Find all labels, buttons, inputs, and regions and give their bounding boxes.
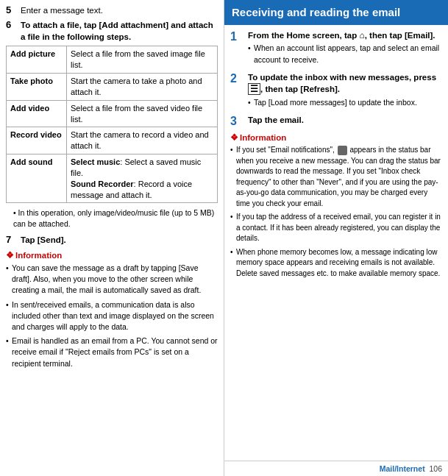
attach-row-0: Add pictureSelect a file from the saved … [7,46,218,74]
right-step-2: 2 To update the inbox with new messages,… [230,71,442,110]
notification-icon [338,146,347,155]
info-section-left: Information You can save the message as … [6,250,218,369]
right-step-3: 3 Tap the email. [230,114,442,128]
footer-page: 106 [429,464,442,473]
attach-label-0: Add picture [7,46,67,74]
right-step-1: 1 From the Home screen, tap ⌂, then tap … [230,29,442,67]
attach-desc-2: Select a file from the saved video file … [67,100,218,127]
right-step-2-bullets: Tap [Load more messages] to update the i… [248,97,442,108]
step-6-num: 6 [6,19,18,43]
step-5-block: 5 Enter a message text. [6,4,218,16]
attach-row-3: Record videoStart the camera to record a… [7,127,218,154]
right-step-1-title: From the Home screen, tap ⌂, then tap [E… [248,29,442,42]
page-footer: Mail/Internet 106 [224,461,448,476]
left-column: 5 Enter a message text. 6 To attach a fi… [0,0,224,476]
step-5-text: Enter a message text. [21,4,103,16]
right-step-3-content: Tap the email. [248,114,442,128]
right-info-bullet-2: When phone memory becomes low, a message… [230,247,442,280]
right-step-1-bullet-0: When an account list appears, tap and se… [248,43,442,65]
attach-desc-0: Select a file from the saved image file … [67,46,218,74]
right-step-3-num: 3 [230,114,245,128]
left-info-bullet-2: Email is handled as an email from a PC. … [6,335,218,369]
menu-icon: ☰ [248,83,260,95]
right-column: Receiving and reading the email 1 From t… [224,0,448,476]
info-header-right: Information [230,132,442,143]
attachment-table: Add pictureSelect a file from the saved … [6,46,218,203]
step-5-num: 5 [6,4,18,16]
right-body: 1 From the Home screen, tap ⌂, then tap … [224,25,448,461]
attach-label-1: Take photo [7,73,67,100]
attach-desc-4: Select music: Select a saved music file.… [67,154,218,203]
info-section-right: Information If you set "Email notificati… [230,132,442,279]
right-step-3-title: Tap the email. [248,114,442,126]
right-step-1-num: 1 [230,29,245,67]
right-step-1-bullets: When an account list appears, tap and se… [248,43,442,65]
right-step-1-content: From the Home screen, tap ⌂, then tap [E… [248,29,442,67]
info-header-left: Information [6,250,218,260]
right-info-bullets: If you set "Email notifications", appear… [230,145,442,279]
attach-row-2: Add videoSelect a file from the saved vi… [7,100,218,127]
footer-label: Mail/Internet [380,464,425,473]
right-info-bullet-1: If you tap the address of a received ema… [230,212,442,244]
right-header: Receiving and reading the email [224,0,448,25]
left-info-bullet-0: You can save the message as a draft by t… [6,263,218,296]
attach-label-2: Add video [7,100,67,127]
step-6-text: To attach a file, tap [Add attachment] a… [21,19,218,43]
attach-label-3: Record video [7,127,67,154]
right-step-2-content: To update the inbox with new messages, p… [248,71,442,110]
attach-desc-3: Start the camera to record a video and a… [67,127,218,154]
left-info-bullet-1: In sent/received emails, a communication… [6,299,218,333]
right-step-2-bullet-0: Tap [Load more messages] to update the i… [248,97,442,108]
right-info-bullet-0: If you set "Email notifications", appear… [230,145,442,209]
attach-row-4: Add soundSelect music: Select a saved mu… [7,154,218,203]
bullet-note: In this operation, only image/video/musi… [13,207,218,229]
home-icon: ⌂ [359,30,364,40]
step-7-text: Tap [Send]. [21,234,66,246]
step-7-block: 7 Tap [Send]. [6,234,218,246]
right-step-2-title: To update the inbox with new messages, p… [248,71,442,96]
step-6-block: 6 To attach a file, tap [Add attachment]… [6,19,218,43]
attach-desc-1: Start the camera to take a photo and att… [67,73,218,100]
right-step-2-num: 2 [230,71,245,110]
attach-row-1: Take photoStart the camera to take a pho… [7,73,218,100]
attach-label-4: Add sound [7,154,67,203]
step-7-num: 7 [6,234,18,246]
left-info-bullets: You can save the message as a draft by t… [6,263,218,369]
